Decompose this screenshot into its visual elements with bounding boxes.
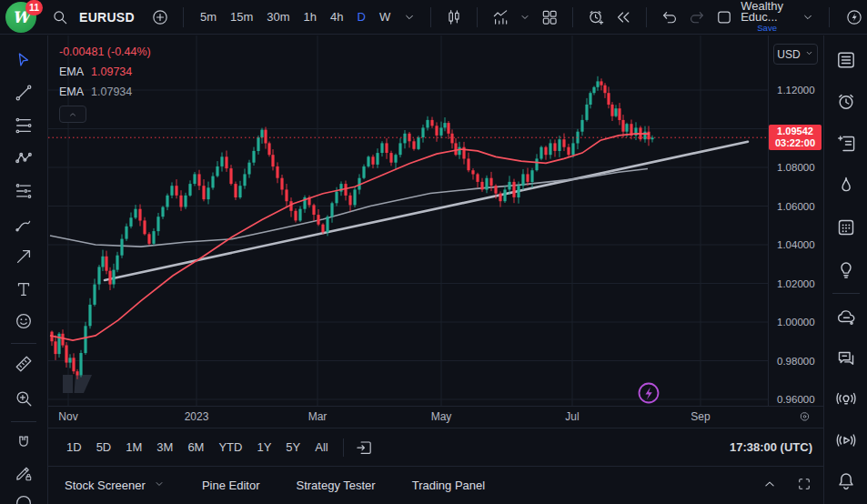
bar-countdown: 03:22:00	[775, 137, 815, 149]
symbol-search[interactable]: EURUSD	[47, 8, 135, 26]
brush-icon[interactable]	[11, 211, 36, 237]
compare-add-icon[interactable]	[147, 8, 173, 26]
right-sidebar	[823, 35, 867, 504]
bottom-item-list: Stock ScreenerPine EditorStrategy Tester…	[65, 478, 485, 493]
xabcd-pattern-icon[interactable]	[11, 146, 36, 171]
timeframe-D[interactable]: D	[351, 0, 372, 35]
hidden-tool-icon[interactable]	[11, 490, 36, 504]
bottom-panel-bar: Stock ScreenerPine EditorStrategy Tester…	[48, 466, 823, 504]
ruler-icon[interactable]	[11, 351, 36, 377]
price-tick-label: 1.06000	[777, 199, 815, 214]
notifications-icon[interactable]	[834, 469, 858, 493]
bottom-tab-strategy-tester[interactable]: Strategy Tester	[296, 479, 375, 492]
bottom-tab-trading-panel[interactable]: Trading Panel	[412, 479, 485, 492]
timeframe-15m[interactable]: 15m	[224, 0, 259, 35]
range-3M[interactable]: 3M	[149, 440, 180, 454]
sidebar-divider	[832, 293, 860, 294]
time-axis[interactable]: Nov2023MarMayJulSep	[48, 406, 823, 428]
undo-icon[interactable]	[657, 8, 682, 26]
bar-replay-icon[interactable]	[610, 8, 636, 26]
layout-icon[interactable]	[711, 8, 737, 26]
ema-slow-label[interactable]: EMA	[59, 86, 84, 98]
range-6M[interactable]: 6M	[180, 440, 211, 454]
range-1M[interactable]: 1M	[118, 440, 149, 454]
chart-style-icon[interactable]	[441, 8, 467, 26]
range-5D[interactable]: 5D	[89, 440, 119, 454]
toolbar-divider	[829, 7, 830, 27]
trendline-icon[interactable]	[11, 80, 36, 106]
price-scale[interactable]: USD 1.09542 03:22:00 1.120001.100001.080…	[768, 35, 823, 406]
timeframe-5m[interactable]: 5m	[194, 0, 223, 35]
live-ideas-icon[interactable]	[834, 388, 858, 411]
quick-boost-icon[interactable]	[842, 8, 867, 26]
zoom-in-icon[interactable]	[11, 386, 36, 411]
time-axis-label: Mar	[308, 410, 328, 423]
emoji-icon[interactable]	[11, 308, 36, 334]
streams-icon[interactable]	[834, 428, 858, 452]
bottom-tab-stock-screener[interactable]: Stock Screener	[65, 478, 166, 493]
timeframe-4h[interactable]: 4h	[324, 0, 349, 35]
ema-fast-label[interactable]: EMA	[59, 66, 84, 78]
currency-button[interactable]: USD	[773, 44, 818, 65]
layout-name-button[interactable]: Wealthy Educ... Save	[741, 1, 793, 34]
ema-slow-value: 1.07934	[91, 86, 132, 98]
ideas-icon[interactable]	[834, 257, 858, 281]
magnet-icon[interactable]	[11, 430, 36, 456]
bottom-tab-pine-editor[interactable]: Pine Editor	[202, 479, 260, 492]
fib-icon[interactable]	[11, 113, 36, 138]
utc-clock[interactable]: 17:38:00 (UTC)	[730, 440, 812, 454]
toolbar-divider	[572, 7, 573, 27]
toolbar-divider	[477, 7, 478, 27]
journal-icon[interactable]	[834, 132, 858, 156]
time-axis-label: Sep	[691, 410, 710, 423]
date-range-toolbar: 1D5D1M3M6MYTD1Y5YAll 17:38:00 (UTC)	[48, 428, 823, 466]
indicators-icon[interactable]	[488, 8, 513, 26]
redo-icon[interactable]	[684, 8, 710, 26]
price-tick-label: 0.96000	[777, 392, 815, 407]
chat-icon[interactable]	[834, 347, 858, 370]
timeframe-1h[interactable]: 1h	[297, 0, 323, 35]
price-tick-label: 1.12000	[777, 83, 815, 97]
alert-add-icon[interactable]	[583, 8, 609, 26]
chart-region: -0.00481 (-0.44%) EMA 1.09734 EMA 1.0793…	[48, 35, 823, 406]
axis-settings-gear-icon[interactable]	[798, 410, 812, 428]
minds-icon[interactable]	[834, 306, 858, 329]
layout-chevron-icon[interactable]	[797, 10, 819, 25]
text-icon[interactable]	[11, 277, 36, 302]
go-to-date-icon[interactable]	[351, 438, 377, 457]
legend-collapse-button[interactable]	[59, 106, 86, 123]
range-1Y[interactable]: 1Y	[249, 440, 278, 454]
main-area: -0.00481 (-0.44%) EMA 1.09734 EMA 1.0793…	[48, 35, 823, 504]
last-price-value: 1.09542	[777, 126, 813, 137]
hotlists-icon[interactable]	[834, 174, 858, 197]
time-axis-label: May	[431, 410, 452, 423]
drawing-toolbar	[0, 35, 48, 504]
watchlist-icon[interactable]	[834, 48, 858, 72]
timeframe-30m[interactable]: 30m	[260, 0, 296, 35]
range-1D[interactable]: 1D	[59, 440, 89, 454]
forecast-icon[interactable]	[11, 178, 36, 204]
panel-expand-icon[interactable]	[761, 476, 778, 496]
range-YTD[interactable]: YTD	[211, 440, 249, 454]
price-tick-label: 1.00000	[777, 315, 815, 329]
fullscreen-icon[interactable]	[796, 476, 812, 496]
chart-pane[interactable]: -0.00481 (-0.44%) EMA 1.09734 EMA 1.0793…	[48, 35, 769, 406]
cursor-icon[interactable]	[11, 47, 36, 73]
chevron-up-icon	[67, 109, 78, 120]
price-chart-svg[interactable]	[48, 35, 769, 406]
alerts-icon[interactable]	[834, 90, 858, 114]
save-label[interactable]: Save	[757, 23, 777, 34]
grid-layout-icon[interactable]	[537, 8, 562, 26]
wealthy-education-logo[interactable]: W 11	[5, 2, 36, 33]
calendar-icon[interactable]	[834, 216, 858, 239]
timeframe-chevron-icon[interactable]	[398, 10, 420, 25]
range-button-list: 1D5D1M3M6MYTD1Y5YAll	[59, 440, 336, 454]
range-5Y[interactable]: 5Y	[278, 440, 307, 454]
lock-drawings-icon[interactable]	[11, 460, 36, 486]
range-All[interactable]: All	[307, 440, 335, 454]
timeframe-W[interactable]: W	[373, 0, 397, 35]
search-icon	[47, 8, 73, 26]
arrow-icon[interactable]	[11, 244, 36, 269]
indicators-chevron-icon[interactable]	[515, 11, 535, 24]
toolbar-divider	[11, 343, 36, 344]
